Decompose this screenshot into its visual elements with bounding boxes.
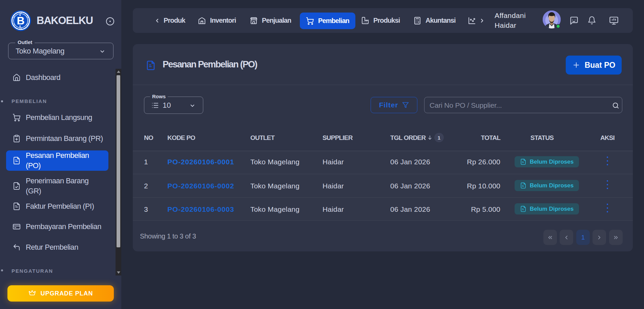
svg-text:B: B	[17, 15, 24, 27]
